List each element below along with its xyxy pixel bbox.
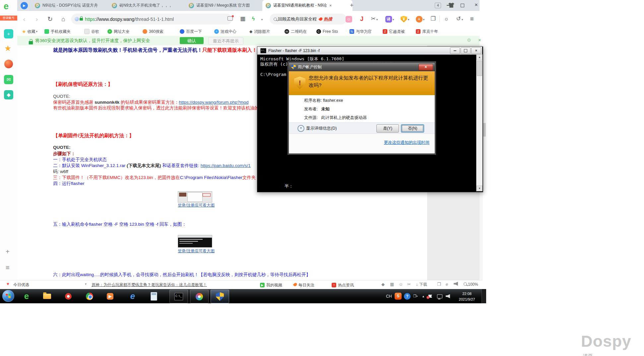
taskbar-uac-shield-active[interactable] [211,290,229,303]
hot-news-item[interactable]: ≡热点资讯 [332,282,354,288]
emoji-icon[interactable]: ☺ [399,282,403,287]
daily-follow-item[interactable]: 每日关注 [294,282,314,288]
home-button[interactable]: ⌂ [59,11,68,27]
eye-protect-sun-icon[interactable]: ☼ [442,14,450,24]
game-center-icon[interactable]: +▾ [415,14,426,24]
main-menu-icon[interactable]: ≡ [468,14,476,24]
taskbar-paint-open[interactable] [190,290,209,303]
new-tab-button[interactable]: + [350,2,354,9]
plugin-icon[interactable]: ❐ [437,282,441,287]
bookmark-game-center[interactable]: +游戏中心 [214,27,236,36]
tray-volume-icon[interactable] [446,289,450,303]
search-box[interactable]: 回顾孟晚舟回家全程 热搜 [270,14,347,25]
cmd-title-bar[interactable]: C:\_ Flasher - flasher -F 123.bin -f × [257,47,482,55]
tab-brick-n9[interactable]: D 砖N9太久不开机没电了，，， [108,0,192,11]
screenshot-thumbnail-1[interactable] [178,191,212,203]
tab-close-icon[interactable]: × [329,3,332,8]
sidebar-app-icon[interactable]: + [4,29,13,38]
bookmark-qr[interactable]: m二维码在 [285,27,307,36]
zoom-level[interactable]: 100% [464,282,478,287]
split-screen-icon[interactable]: ❐ [429,14,437,24]
tray-help-icon[interactable]: ? [404,289,411,303]
tray-network-icon[interactable] [437,289,442,303]
taskbar-ie[interactable]: e [124,290,142,303]
screenshot-grid-icon[interactable]: ▦ [390,282,394,287]
baidu-pan-link[interactable]: https://pan.baidu.com/s/1 [201,163,251,168]
screenshot-thumbnail-2[interactable] [178,235,212,248]
tray-sogou-icon[interactable]: S [395,289,402,303]
refresh-button[interactable]: ↻ [46,11,54,27]
tray-hidden-icons[interactable]: ▲ [422,289,425,303]
uac-yes-button[interactable]: 是(Y) [376,124,399,133]
taskbar-chrome[interactable] [81,290,98,303]
uac-title-bar[interactable]: 用户帐户控制 [289,63,435,71]
show-desktop-button[interactable] [482,289,486,303]
uac-close-button[interactable]: × [419,64,433,71]
collapse-icon[interactable]: ▾ [85,282,87,286]
tab-count-badge[interactable]: 4 [435,3,441,8]
bookmark-z2[interactable]: Z库克十年 [416,27,438,36]
tray-input-indicator[interactable]: CH [386,289,392,303]
today-picks-label[interactable]: 今日优选 [13,282,29,288]
cmd-scrollbar[interactable]: ▲ ▼ [476,54,483,191]
taskbar-calculator[interactable] [145,290,163,303]
download-item[interactable]: ↓ 下载 [416,282,427,287]
address-dropdown-icon[interactable]: ▾ [259,14,265,24]
bookmark-baidu[interactable]: 百度一下 [180,27,202,36]
details-chevron-icon[interactable]: ▾ [297,125,304,132]
taskbar-explorer[interactable] [38,290,56,303]
uac-no-button[interactable]: 否(N) [401,124,424,133]
cmd-scrollbar-thumb[interactable] [477,61,482,76]
cmd-maximize-button[interactable] [461,47,471,54]
tab-meego-official[interactable]: D 诺基亚N9 / Meego系统 官方固 [185,0,269,11]
address-bar[interactable]: https://www.dospy.wang/thread-51-1-1.htm… [71,14,232,25]
clip-scissors-icon[interactable]: ✂▾ [369,14,379,24]
uac-notify-settings-link[interactable]: 更改这些通知的出现时间 [384,140,430,146]
tray-action-center-flag[interactable]: × [428,289,432,303]
uac-dialog[interactable]: 用户帐户控制 × ! 您想允许来自未知发布者的以下程序对此计算机进行更改吗? 程… [289,62,435,154]
notice-close-icon[interactable]: × [478,37,481,43]
bookmark-sites[interactable]: +网址大全 [107,27,130,36]
notice-gear-icon[interactable]: ⚙ [467,37,471,43]
mail-icon[interactable]: ✉ [4,75,13,84]
bookmark-360-search[interactable]: 360搜索 [143,27,163,36]
dismiss-button[interactable]: 最近不再提示 [208,37,243,45]
capture-icon[interactable] [226,14,234,24]
j-plugin-icon[interactable]: J [359,14,365,24]
window-minimize-button[interactable] [443,1,454,9]
taskbar-360-safety[interactable] [59,290,77,303]
favorites-star-icon[interactable]: ★ [4,44,12,53]
taskbar-360-browser[interactable]: e [18,290,35,303]
undo-closed-tab-icon[interactable]: ↺▾ [454,14,465,24]
cmd-scroll-up-icon[interactable]: ▲ [477,54,483,60]
bookmark-z1[interactable]: Z它越是被 [383,27,405,36]
window-maximize-button[interactable] [457,1,468,9]
sidebar-tool-icon[interactable]: ◆ [4,90,13,99]
bookmark-photo-clean[interactable]: ◆消除图片 [249,27,270,36]
translate-icon[interactable]: 译▾ [384,14,395,24]
login-to-view-link-1[interactable]: 登录/注册后可看大图 [178,203,215,208]
bookmark-zhihu-huawei[interactable]: 知与华为官 [350,27,372,36]
bookmark-phone-favorites[interactable]: 手机收藏夹 [44,27,71,36]
cmd-close-button[interactable]: × [471,47,481,54]
taskbar-cmd-open[interactable]: C:\_ [169,290,188,303]
back-button[interactable]: ‹ [20,11,29,27]
show-details-toggle[interactable]: 显示详细信息(D) [306,126,337,131]
window-mode-icon[interactable] [454,282,458,287]
tray-window-switch-icon[interactable]: ❐▾ [413,289,418,303]
sidebar-menu-button[interactable]: ≡ [6,264,10,271]
screenshot-tv-icon[interactable]: ☺ [345,14,353,24]
tab-flash-tutorial-active[interactable]: D 诺基亚N9通用刷机教程 - N9论 × [262,0,353,11]
speed-mode-icon[interactable] [75,17,79,21]
login-to-view-link-2[interactable]: 登录/注册后可看大图 [178,248,215,254]
speed-lightning-icon[interactable]: ϟ [250,14,257,24]
reset-method-link[interactable]: https://dospy.wang/forum.php?mod [179,100,249,105]
bookmark-free-stock[interactable]: CFree Sto [316,27,338,36]
tab-n9-forum[interactable]: D N9论坛 - DOSPY论坛 诺亚方舟 [32,0,115,11]
window-close-button[interactable]: × [471,1,482,9]
hot-headline-link[interactable]: 原神：为什么玩家都不爱练主角？老玩家告诉你：这几点是败笔！ [92,282,207,288]
tab-overview-icon[interactable]: ▶ [21,2,28,9]
sidebar-add-button[interactable]: + [6,248,10,256]
forward-button[interactable]: › [32,11,41,27]
cmd-scroll-down-icon[interactable]: ▼ [477,186,483,191]
